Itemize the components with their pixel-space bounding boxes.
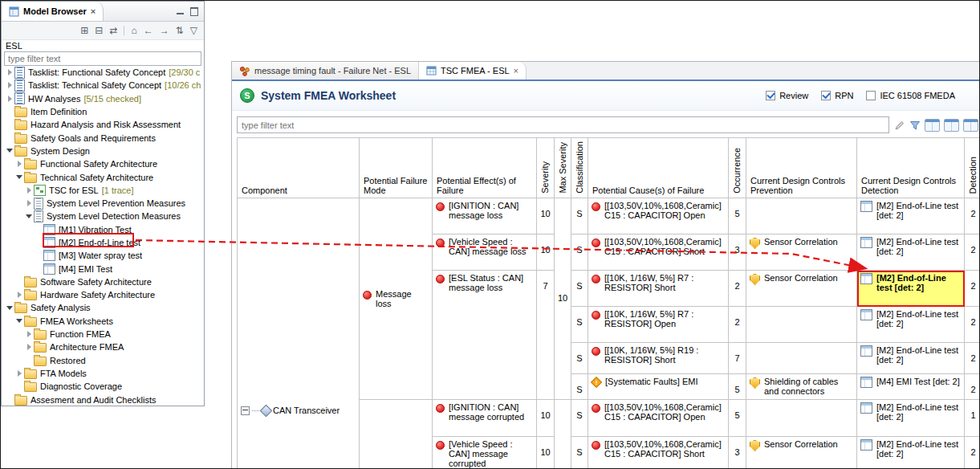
detection-rank-cell[interactable]: 2 [965,437,980,469]
tree-item[interactable]: Hardware Safety Architecture [2,288,204,301]
detection-rank-cell[interactable]: 2 [965,343,980,374]
tree-item-safety-analysis[interactable]: Safety Analysis [2,301,204,314]
cause-cell[interactable]: [[10K, 1/16W, 5%] R7 : RESISTOR] Open [588,307,729,343]
classification-cell[interactable]: S [571,374,588,400]
cause-cell[interactable]: [[103,50V,10%,1608,Ceramic] C15 : CAPACI… [588,198,729,234]
checkbox-checked-icon[interactable] [766,91,775,100]
occurrence-cell[interactable]: 3 [729,234,746,271]
column-header-detection-rank[interactable]: Detection [965,138,980,198]
tree-item[interactable]: Software Safety Architecture [2,275,204,288]
prevention-cell[interactable] [746,307,857,343]
chevron-right-icon[interactable] [18,161,22,167]
chevron-down-icon[interactable] [26,214,32,218]
edit-icon[interactable] [894,120,905,131]
occurrence-cell[interactable]: 5 [729,374,746,400]
occurrence-cell[interactable]: 7 [729,343,746,374]
chevron-down-icon[interactable] [16,319,22,323]
prevention-cell[interactable]: Sensor Correlation [746,271,857,307]
column-header-effects[interactable]: Potential Effect(s) of Failure [433,138,537,198]
detection-rank-cell[interactable]: 1 [965,400,980,437]
model-browser-view-tab[interactable]: Model Browser × [2,2,104,21]
classification-cell[interactable]: S [571,343,588,374]
column-header-severity[interactable]: Severity [537,138,555,198]
close-icon[interactable]: × [91,7,96,16]
cause-cell[interactable]: [[10K, 1/16W, 5%] R7 : RESISTOR] Short [588,271,729,307]
prevention-cell[interactable]: Sensor Correlation [746,234,857,271]
tree-item[interactable]: Diagnostic Coverage [2,380,204,393]
prevention-cell[interactable] [746,198,857,234]
chevron-down-icon[interactable] [6,149,13,153]
column-header-failure-mode[interactable]: Potential Failure Mode [360,138,433,198]
detection-rank-cell[interactable]: 2 [965,234,980,271]
classification-cell[interactable]: S [571,271,588,307]
tree-item-technical-safety-architecture[interactable]: Technical Safety Architecture [2,170,204,183]
worksheet-filter-input[interactable] [237,116,889,133]
chevron-right-icon[interactable] [27,200,31,206]
view-menu-icon[interactable]: ▽ [190,25,197,36]
effect-cell[interactable]: [IGNITION : CAN] message loss [433,198,537,234]
filter-icon[interactable] [909,120,921,131]
detection-cell-highlighted[interactable]: [M2] End-of-Line test [det: 2] [857,271,965,307]
occurrence-cell[interactable]: 3 [729,437,746,469]
detection-cell[interactable]: [M2] End-of-Line test [det: 2] [857,234,965,271]
tree-item[interactable]: Tasklist: Functional Safety Concept[29/3… [2,66,204,79]
detection-rank-cell[interactable]: 2 [965,198,980,234]
max-severity-cell[interactable]: 10 [555,198,571,400]
forward-icon[interactable]: → [160,25,169,36]
column-header-component[interactable]: Component [238,138,360,198]
cause-cell[interactable]: [[103,50V,10%,1608,Ceramic] C15 : CAPACI… [588,400,729,437]
occurrence-cell[interactable]: 2 [729,307,746,343]
tree-item[interactable]: Assesment and Audit Checklists [2,393,204,406]
maximize-icon[interactable] [190,7,198,16]
column-header-max-severity[interactable]: Max Severity [555,138,571,198]
detection-cell[interactable]: [M2] End-of-Line test [det: 2] [857,437,965,469]
home-icon[interactable]: ⌂ [131,25,136,36]
tab-tsc-fmea[interactable]: TSC FMEA - ESL × [419,62,527,80]
classification-cell[interactable]: S [571,307,588,343]
failure-mode-cell[interactable]: Message loss [360,198,433,400]
tree-filter-input[interactable] [4,51,201,66]
chevron-right-icon[interactable] [18,370,22,377]
effect-cell[interactable]: [IGNITION : CAN] message corrupted [433,400,537,437]
tree-item[interactable]: Safety Goals and Requirements [2,131,204,144]
prevention-cell[interactable]: Sensor Correlation [746,437,857,469]
severity-cell[interactable]: 7 [537,271,555,400]
column-header-causes[interactable]: Potential Cause(s) of Failure [588,138,729,198]
tree-item[interactable]: HW Analyses[5/15 checked] [2,92,204,105]
table-view-icon-2[interactable] [944,119,959,132]
minimize-icon[interactable] [177,8,184,15]
detection-rank-cell[interactable]: 2 [965,374,980,400]
occurrence-cell[interactable]: 2 [729,271,746,307]
detection-rank-cell[interactable]: 2 [965,307,980,343]
severity-cell[interactable]: 10 [537,198,555,234]
rpn-option[interactable]: RPN [821,91,853,100]
tab-failure-net[interactable]: message timing fault - Failure Net - ESL [232,62,419,80]
tree-item-system-design[interactable]: System Design [2,145,204,157]
column-header-classification[interactable]: Classification [571,138,588,198]
chevron-right-icon[interactable] [27,344,31,350]
detection-cell[interactable]: [M4] EMI Test [det: 2] [857,374,965,400]
tree-item-system-level-detection-measures[interactable]: System Level Detection Measures [2,210,204,222]
review-option[interactable]: Review [766,91,808,100]
tree-item[interactable]: Tasklist: Technical Safety Concept[10/26… [2,79,204,92]
tree-item[interactable]: [M3] Water spray test [2,249,204,262]
classification-cell[interactable]: S [571,400,588,437]
detection-cell[interactable]: [M2] End-of-Line test [det: 2] [857,400,965,437]
tree-item[interactable]: TSC for ESL[1 trace] [2,184,204,197]
effect-cell[interactable]: [ESL Status : CAN] message loss [433,271,537,400]
cause-cell[interactable]: [Systematic Faults] EMI [588,374,729,400]
detection-rank-cell[interactable]: 2 [965,271,980,307]
cause-cell[interactable]: [[103,50V,10%,1608,Ceramic] C15 : CAPACI… [588,437,729,469]
tree-item[interactable]: FTA Models [2,367,204,380]
chevron-right-icon[interactable] [8,69,12,75]
close-icon[interactable]: × [514,67,518,75]
chevron-right-icon[interactable] [27,187,31,194]
tree-item[interactable]: Function FMEA [2,328,204,341]
classification-cell[interactable]: S [571,437,588,469]
cause-cell[interactable]: [[10K, 1/16W, 5%] R19 : RESISTOR] Short [588,343,729,374]
cause-cell[interactable]: [[103,50V,10%,1608,Ceramic] C15 : CAPACI… [588,234,729,271]
tree-item[interactable]: System Level Prevention Measures [2,197,204,210]
chevron-right-icon[interactable] [8,96,12,102]
classification-cell[interactable]: S [571,234,588,271]
expander-box-icon[interactable] [241,406,250,415]
